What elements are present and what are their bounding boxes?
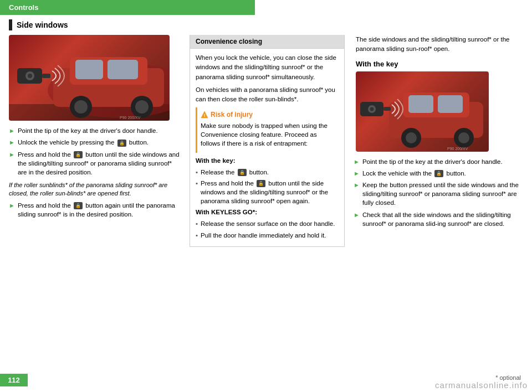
svg-point-11 [28, 74, 32, 78]
convenience-text-1: When you lock the vehicle, you can close… [196, 53, 339, 82]
right-bullet-1: ► Point the tip of the key at the driver… [354, 157, 523, 166]
bullet-arrow-4: ► [9, 202, 15, 210]
convenience-text-2: On vehicles with a panorama sliding sunr… [196, 85, 339, 105]
dot-item-keyless-2-text: Pull the door handle immediately and hol… [201, 231, 326, 240]
left-italic-note: If the roller sunblinds* of the panorama… [9, 181, 181, 198]
svg-point-6 [74, 100, 88, 114]
svg-rect-27 [383, 107, 391, 111]
right-bullet-2-text: Lock the vehicle with the 🔒 button. [362, 169, 466, 178]
header-bar: Controls [0, 0, 255, 15]
section-title-bar-decoration [9, 19, 12, 30]
right-bullet-1-text: Point the tip of the key at the driver's… [362, 157, 503, 166]
dot-item-keyless-1-text: Release the sensor surface on the door h… [201, 219, 335, 228]
keyless-label: With KEYLESS GO*: [196, 208, 339, 217]
header-label: Controls [9, 3, 38, 12]
with-key-title: With the key [356, 60, 523, 68]
main-content: P90 200/XV ► Point the tip of the key at… [0, 35, 532, 252]
left-bullet-3: ► Press and hold the 🔒 button until the … [9, 150, 181, 177]
bullet-arrow-2: ► [9, 138, 15, 147]
warning-triangle-icon: ! [201, 111, 208, 118]
with-key-label: With the key: [196, 156, 339, 166]
svg-text:P90 200/XV: P90 200/XV [447, 147, 468, 151]
section-title-text: Side windows [17, 20, 68, 29]
dot-list-keyless: • Release the sensor surface on the door… [196, 219, 339, 239]
left-column: P90 200/XV ► Point the tip of the key at… [9, 35, 181, 252]
left-bullet-2: ► Unlock the vehicle by pressing the 🔒 b… [9, 138, 181, 147]
car-image-left: P90 200/XV [9, 35, 170, 121]
svg-rect-4 [108, 60, 138, 79]
convenience-header: Convenience closing [190, 35, 344, 49]
right-bullet-arrow-3: ► [354, 181, 360, 189]
key-btn-icon-1: 🔒 [117, 140, 126, 147]
key-btn-icon-3: 🔒 [74, 202, 83, 209]
risk-box: ! Risk of injury Make sure nobody is tra… [196, 107, 339, 152]
svg-point-26 [370, 107, 374, 111]
dot-list-key: • Release the 🔒 button. • Press and hold… [196, 168, 339, 205]
dot-item-keyless-2: • Pull the door handle immediately and h… [196, 231, 339, 240]
bullet-arrow-1: ► [9, 127, 15, 135]
key-btn-icon-5: 🔓 [257, 180, 265, 187]
svg-text:!: ! [204, 113, 206, 118]
svg-rect-18 [408, 95, 433, 113]
right-bullet-3-text: Keep the button pressed until the side w… [362, 180, 523, 207]
right-bullet-arrow-2: ► [354, 169, 360, 178]
left-bullet-4: ► Press and hold the 🔒 button again unti… [9, 201, 181, 219]
right-top-text: The side windows and the sliding/tilting… [354, 35, 523, 54]
right-bullet-3: ► Keep the button pressed until the side… [354, 180, 523, 207]
bullet-arrow-3: ► [9, 151, 15, 159]
dot-item-keyless-1: • Release the sensor surface on the door… [196, 219, 339, 228]
dot-item-key-2-text: Press and hold the 🔓 button until the si… [201, 179, 339, 205]
dot-item-key-1-text: Release the 🔒 button. [201, 168, 269, 177]
right-column: The side windows and the sliding/tilting… [354, 35, 523, 252]
dot-bullet-2: • [196, 179, 198, 188]
right-bullet-4-text: Check that all the side windows and the … [362, 210, 523, 228]
left-bullet-1-text: Point the tip of the key at the driver's… [18, 126, 158, 135]
section-title-row: Side windows [9, 19, 523, 30]
left-bullet-4-text: Press and hold the 🔒 button again until … [18, 201, 181, 219]
convenience-box: Convenience closing When you lock the ve… [190, 35, 345, 247]
right-bullet-list: ► Point the tip of the key at the driver… [354, 157, 523, 228]
left-bullet-1: ► Point the tip of the key at the driver… [9, 126, 181, 135]
car-image-right: P90 200/XV [356, 71, 489, 152]
dot-item-key-1: • Release the 🔒 button. [196, 168, 339, 177]
right-bullet-arrow-1: ► [354, 158, 360, 166]
svg-rect-12 [42, 74, 50, 78]
svg-point-21 [406, 132, 417, 143]
dot-bullet-3: • [196, 219, 198, 228]
right-bullet-arrow-4: ► [354, 211, 360, 219]
key-btn-icon-6: 🔒 [434, 170, 443, 177]
left-bullet-3-text: Press and hold the 🔒 button until the si… [18, 150, 181, 177]
risk-title-row: ! Risk of injury [201, 110, 335, 120]
svg-point-8 [135, 100, 149, 114]
dot-bullet-4: • [196, 231, 198, 240]
svg-text:P90 200/XV: P90 200/XV [120, 116, 141, 120]
dot-item-key-2: • Press and hold the 🔓 button until the … [196, 179, 339, 205]
middle-column: Convenience closing When you lock the ve… [190, 35, 345, 252]
key-btn-icon-2: 🔒 [74, 151, 83, 158]
key-btn-icon-4: 🔒 [238, 169, 247, 176]
svg-rect-3 [75, 60, 103, 79]
svg-point-23 [458, 132, 469, 143]
watermark: carmanualsonline.info [431, 378, 532, 392]
page-number: 112 [0, 374, 28, 386]
svg-rect-19 [438, 95, 463, 113]
convenience-body: When you lock the vehicle, you can close… [190, 49, 344, 246]
left-bullet-list-2: ► Press and hold the 🔒 button again unti… [9, 201, 181, 219]
right-bullet-4: ► Check that all the side windows and th… [354, 210, 523, 228]
risk-body-text: Make sure nobody is trapped when using t… [201, 121, 335, 148]
right-bullet-2: ► Lock the vehicle with the 🔒 button. [354, 169, 523, 178]
risk-title-text: Risk of injury [211, 110, 253, 120]
left-bullet-2-text: Unlock the vehicle by pressing the 🔒 but… [18, 138, 149, 147]
left-bullet-list: ► Point the tip of the key at the driver… [9, 126, 181, 177]
dot-bullet-1: • [196, 168, 198, 177]
